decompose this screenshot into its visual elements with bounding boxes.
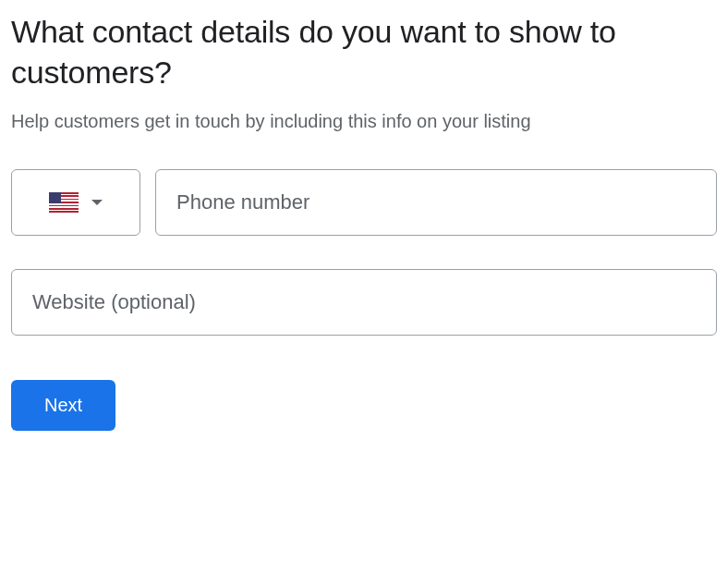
phone-row	[11, 169, 717, 236]
us-flag-icon	[49, 192, 79, 213]
country-code-selector[interactable]	[11, 169, 140, 236]
next-button[interactable]: Next	[11, 380, 115, 431]
phone-number-input[interactable]	[155, 169, 717, 236]
page-heading: What contact details do you want to show…	[11, 11, 717, 92]
website-input[interactable]	[11, 269, 717, 336]
chevron-down-icon	[91, 200, 103, 205]
page-subtext: Help customers get in touch by including…	[11, 111, 717, 132]
